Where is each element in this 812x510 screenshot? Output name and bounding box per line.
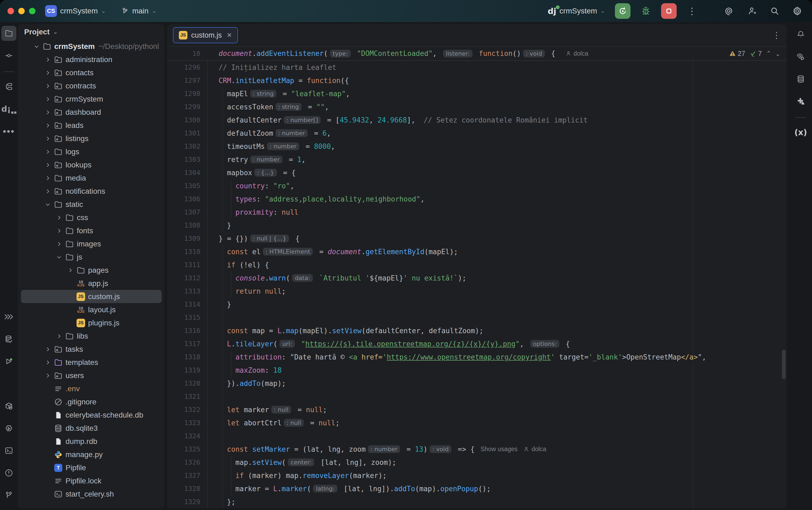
notifications-bell-icon[interactable]: [793, 27, 808, 42]
tree-item-pages[interactable]: pages: [18, 263, 164, 277]
tree-item-css[interactable]: css: [18, 211, 164, 224]
code-line-1302[interactable]: 1302 timeoutMs: number = 8000,: [167, 140, 787, 153]
tree-item-logs[interactable]: logs: [18, 145, 164, 158]
code-line-1305[interactable]: 1305 country: "ro",: [167, 179, 787, 192]
chevron-right-icon[interactable]: [43, 83, 53, 89]
tree-item-db-sqlite3[interactable]: db.sqlite3: [18, 422, 164, 435]
code-line-1329[interactable]: 1329 };: [167, 495, 787, 508]
settings-gear-icon[interactable]: [790, 4, 805, 18]
code-line-1306[interactable]: 1306 types: "address,place,locality,neig…: [167, 192, 787, 205]
tree-item-media[interactable]: media: [18, 171, 164, 185]
terminal-icon[interactable]: [1, 443, 17, 458]
code-line-1326[interactable]: 1326 map.setView(center: [lat, lng], zoo…: [167, 456, 787, 469]
run-configuration-selector[interactable]: dj crmSystem ⌄: [548, 6, 605, 16]
warnings-count[interactable]: 27: [729, 50, 745, 57]
more-dots-icon[interactable]: •••: [1, 123, 17, 139]
prev-problem-icon[interactable]: ⌃: [766, 50, 771, 57]
commit-icon[interactable]: [1, 48, 17, 63]
code-line-1303[interactable]: 1303 retry: number = 1,: [167, 153, 787, 166]
chevron-down-icon[interactable]: [54, 254, 64, 260]
chevron-right-icon[interactable]: [43, 346, 53, 352]
next-problem-icon[interactable]: ⌃: [776, 50, 780, 57]
variables-icon[interactable]: (x): [793, 125, 808, 140]
code-line-1318[interactable]: 1318 attribution: "Date hartă © <a href=…: [167, 350, 787, 364]
chevron-right-icon[interactable]: [43, 162, 53, 168]
zoom-window-button[interactable]: [29, 8, 35, 14]
ai-assistant-icon[interactable]: [793, 49, 808, 64]
tree-item-pipfile[interactable]: TPipfile: [18, 461, 164, 474]
code-line-1315[interactable]: 1315: [167, 311, 787, 324]
tree-item-start-celery-sh[interactable]: start_celery.sh: [18, 487, 164, 501]
debug-button[interactable]: [638, 4, 653, 18]
vcs-branch-widget[interactable]: main ⌄: [121, 7, 156, 15]
tree-item-lookups[interactable]: lookups: [18, 158, 164, 171]
tree-item-manage-py[interactable]: manage.py: [18, 448, 164, 461]
endpoints-icon[interactable]: [1, 421, 17, 436]
chevron-right-icon[interactable]: [54, 228, 64, 234]
tree-item-contacts[interactable]: contacts: [18, 66, 164, 79]
code-line-1313[interactable]: 1313 return null;: [167, 285, 787, 298]
minimize-window-button[interactable]: [18, 8, 25, 14]
tree-item-images[interactable]: images: [18, 237, 164, 250]
tree-item-crmsystem[interactable]: crmSystem~/Desktop/pythonl: [18, 40, 164, 53]
code-line-1296[interactable]: 1296// Inițializez harta Leaflet: [167, 61, 787, 74]
code-line-1299[interactable]: 1299 accessToken: string = "",: [167, 100, 787, 113]
chevron-right-icon[interactable]: [43, 96, 53, 102]
chevron-right-icon[interactable]: [43, 57, 53, 63]
python-packages-icon[interactable]: [1, 398, 17, 414]
tree-item--env[interactable]: .env: [18, 382, 164, 395]
typos-count[interactable]: 7: [749, 50, 762, 57]
inspections-widget[interactable]: 27 7 ⌃ ⌃: [729, 50, 787, 57]
services-run-icon[interactable]: [1, 354, 17, 369]
code-line-1304[interactable]: 1304 mapbox: {...} = {: [167, 166, 787, 179]
tree-item-dashboard[interactable]: dashboard: [18, 106, 164, 119]
close-tab-icon[interactable]: ✕: [227, 31, 232, 39]
chevron-right-icon[interactable]: [43, 70, 53, 76]
tree-item-contracts[interactable]: contracts: [18, 79, 164, 92]
project-folder-icon[interactable]: [1, 26, 17, 41]
code-line-1307[interactable]: 1307 proximity: null: [167, 205, 787, 219]
code-line-1328[interactable]: 1328 marker = L.marker(latlng: [lat, lng…: [167, 482, 787, 495]
tree-item-notifications[interactable]: notifications: [18, 185, 164, 198]
chevron-right-icon[interactable]: [43, 175, 53, 181]
code-line-1316[interactable]: 1316 const map = L.map(mapEl).setView(de…: [167, 324, 787, 337]
code-viewport[interactable]: 1296// Inițializez harta Leaflet1297CRM.…: [167, 61, 787, 508]
tree-item-fonts[interactable]: fonts: [18, 224, 164, 237]
tree-item-users[interactable]: users: [18, 369, 164, 382]
ai-assistant-icon[interactable]: [722, 4, 737, 18]
python-console-icon[interactable]: [1, 376, 17, 391]
chevron-right-icon[interactable]: [43, 122, 53, 129]
add-user-icon[interactable]: [745, 4, 759, 18]
code-line-1322[interactable]: 1322 let marker: null = null;: [167, 403, 787, 416]
tree-item-templates[interactable]: templates: [18, 356, 164, 369]
code-line-1298[interactable]: 1298 mapEl: string = "leaflet-map",: [167, 87, 787, 100]
chevron-down-icon[interactable]: [32, 44, 41, 50]
tree-item-libs[interactable]: libs: [18, 330, 164, 343]
tree-item-celerybeat-schedule-db[interactable]: celerybeat-schedule.db: [18, 408, 164, 422]
chevron-down-icon[interactable]: ⌄: [53, 29, 58, 35]
code-line-1320[interactable]: 1320 }).addTo(map);: [167, 377, 787, 390]
code-line-1327[interactable]: 1327 if (marker) map.removeLayer(marker)…: [167, 469, 787, 482]
database-icon[interactable]: [793, 72, 808, 87]
code-line-1300[interactable]: 1300 defaultCenter: number[] = [45.9432,…: [167, 113, 787, 126]
stop-button[interactable]: [661, 3, 676, 19]
code-line-1312[interactable]: 1312 console.warn(data: `Atributul '${ma…: [167, 272, 787, 285]
django-structure-icon[interactable]: d¡: [1, 101, 17, 116]
chevron-right-icon[interactable]: [43, 136, 53, 142]
code-line-1297[interactable]: 1297CRM.initLeafletMap = function({: [167, 74, 787, 87]
code-line-1310[interactable]: 1310 const el: HTMLElement = document.ge…: [167, 245, 787, 258]
chevron-right-icon[interactable]: [54, 215, 64, 221]
code-line-1308[interactable]: 1308 }: [167, 219, 787, 232]
code-line-1319[interactable]: 1319 maxZoom: 18: [167, 364, 787, 377]
problems-icon[interactable]: [1, 465, 17, 480]
close-window-button[interactable]: [7, 8, 14, 14]
code-line-1323[interactable]: 1323 let abortCtrl: null = null;: [167, 416, 787, 429]
chevron-right-icon[interactable]: [43, 373, 53, 378]
editor-scrollbar[interactable]: [782, 349, 786, 379]
code-line-1324[interactable]: 1324: [167, 429, 787, 443]
more-actions-icon[interactable]: ⋮: [685, 4, 699, 18]
tree-item-plugins-js[interactable]: JSplugins.js: [18, 316, 164, 330]
chevron-right-icon[interactable]: [54, 241, 64, 247]
code-line-1311[interactable]: 1311 if (!el) {: [167, 258, 787, 272]
tree-item-crmsystem[interactable]: crmSystem: [18, 92, 164, 106]
